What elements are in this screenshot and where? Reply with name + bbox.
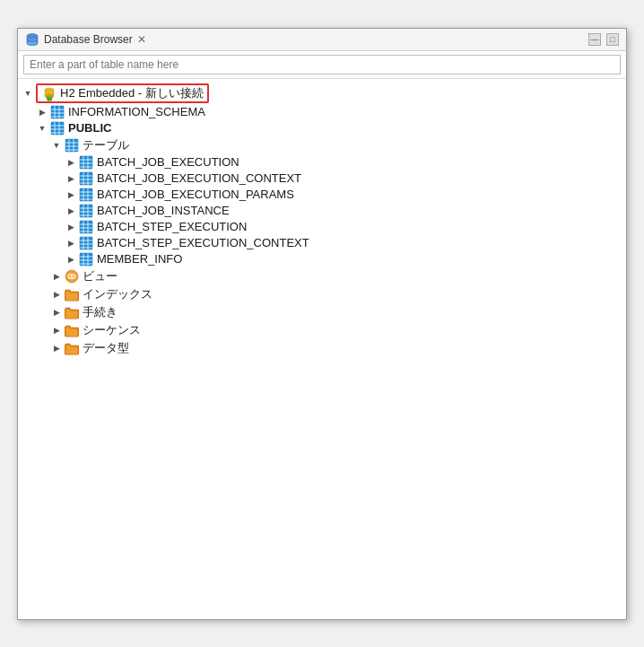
- tree-item-public[interactable]: PUBLIC: [18, 120, 626, 136]
- batch_step_execution_context-chevron: [65, 237, 77, 249]
- batch_job_execution-icon: [79, 155, 93, 170]
- information_schema-chevron: [36, 106, 48, 118]
- tree-item-batch_job_execution_params[interactable]: BATCH_JOB_EXECUTION_PARAMS: [18, 187, 626, 203]
- database-browser-icon: [25, 32, 39, 47]
- search-bar: [18, 51, 626, 79]
- batch_job_execution_context-chevron: [65, 172, 77, 185]
- member_info-icon: [79, 252, 93, 267]
- datatypes_folder-icon: [65, 341, 79, 355]
- minimize-button[interactable]: —: [588, 33, 601, 46]
- batch_job_execution-label: BATCH_JOB_EXECUTION: [97, 155, 239, 169]
- tree-area: H2 Embedded - 新しい接続 INFORMATION_SCHEMA P…: [18, 79, 626, 619]
- procedures_folder-chevron: [50, 306, 63, 319]
- indexes_folder-label: インデックス: [83, 286, 152, 302]
- database-browser-window: Database Browser ✕ — □: [17, 28, 627, 620]
- batch_step_execution-label: BATCH_STEP_EXECUTION: [97, 220, 247, 233]
- tree-item-indexes_folder[interactable]: インデックス: [18, 285, 626, 303]
- public-label: PUBLIC: [68, 121, 111, 135]
- batch_job_instance-icon: [79, 204, 93, 218]
- connection-icon: [41, 85, 57, 101]
- tree-item-views_folder[interactable]: ビュー: [18, 267, 626, 285]
- batch_job_execution_params-chevron: [65, 188, 77, 201]
- procedures_folder-icon: [65, 305, 79, 319]
- batch_step_execution-icon: [79, 220, 93, 234]
- connection-item[interactable]: H2 Embedded - 新しい接続: [18, 83, 626, 104]
- tree-item-sequences_folder[interactable]: シーケンス: [18, 321, 626, 339]
- svg-point-71: [71, 275, 74, 277]
- connection-chevron-down: [22, 87, 34, 100]
- svg-point-2: [27, 37, 38, 41]
- views_folder-label: ビュー: [83, 268, 117, 284]
- tree-items-container: INFORMATION_SCHEMA PUBLIC テーブル BATCH_JOB…: [18, 104, 626, 357]
- batch_job_execution_context-icon: [79, 171, 93, 186]
- window-title: Database Browser: [44, 33, 133, 46]
- batch_job_execution_context-label: BATCH_JOB_EXECUTION_CONTEXT: [97, 171, 301, 185]
- search-input[interactable]: [23, 55, 621, 74]
- sequences_folder-chevron: [50, 324, 63, 337]
- title-bar: Database Browser ✕ — □: [18, 29, 626, 51]
- member_info-label: MEMBER_INFO: [97, 252, 182, 266]
- batch_job_execution-chevron: [65, 156, 77, 169]
- tree-item-information_schema[interactable]: INFORMATION_SCHEMA: [18, 104, 626, 120]
- datatypes_folder-chevron: [50, 342, 63, 354]
- sequences_folder-label: シーケンス: [83, 322, 141, 338]
- tree-item-batch_job_instance[interactable]: BATCH_JOB_INSTANCE: [18, 203, 626, 219]
- member_info-chevron: [65, 253, 77, 266]
- tree-item-datatypes_folder[interactable]: データ型: [18, 339, 626, 357]
- connection-label: H2 Embedded - 新しい接続: [60, 85, 204, 101]
- tree-item-batch_step_execution[interactable]: BATCH_STEP_EXECUTION: [18, 219, 626, 235]
- datatypes_folder-label: データ型: [83, 340, 129, 356]
- sequences_folder-icon: [65, 323, 79, 337]
- tree-item-batch_step_execution_context[interactable]: BATCH_STEP_EXECUTION_CONTEXT: [18, 235, 626, 251]
- views_folder-chevron: [50, 270, 63, 283]
- tables_folder-icon: [65, 138, 79, 153]
- tree-item-member_info[interactable]: MEMBER_INFO: [18, 251, 626, 267]
- public-icon: [50, 121, 65, 136]
- batch_job_instance-label: BATCH_JOB_INSTANCE: [97, 204, 230, 217]
- batch_step_execution-chevron: [65, 221, 77, 233]
- batch_job_execution_params-icon: [79, 188, 93, 202]
- svg-rect-7: [48, 99, 49, 101]
- maximize-button[interactable]: □: [606, 33, 619, 46]
- title-bar-left: Database Browser ✕: [25, 32, 146, 47]
- window-controls: — □: [588, 33, 619, 46]
- tree-item-tables_folder[interactable]: テーブル: [18, 136, 626, 154]
- views_folder-icon: [65, 269, 79, 284]
- tree-item-procedures_folder[interactable]: 手続き: [18, 303, 626, 321]
- indexes_folder-chevron: [50, 288, 63, 301]
- procedures_folder-label: 手続き: [83, 304, 117, 320]
- public-chevron: [36, 122, 48, 135]
- information_schema-label: INFORMATION_SCHEMA: [68, 105, 205, 118]
- information_schema-icon: [50, 105, 65, 119]
- batch_job_instance-chevron: [65, 205, 77, 217]
- tree-item-batch_job_execution[interactable]: BATCH_JOB_EXECUTION: [18, 154, 626, 170]
- tab-close-icon[interactable]: ✕: [137, 33, 146, 46]
- connection-highlight: H2 Embedded - 新しい接続: [36, 83, 209, 103]
- indexes_folder-icon: [65, 287, 79, 302]
- batch_job_execution_params-label: BATCH_JOB_EXECUTION_PARAMS: [97, 188, 294, 201]
- tables_folder-label: テーブル: [83, 137, 129, 153]
- batch_step_execution_context-label: BATCH_STEP_EXECUTION_CONTEXT: [97, 236, 309, 249]
- tables_folder-chevron: [50, 139, 63, 152]
- batch_step_execution_context-icon: [79, 236, 93, 250]
- tree-item-batch_job_execution_context[interactable]: BATCH_JOB_EXECUTION_CONTEXT: [18, 170, 626, 187]
- svg-rect-8: [50, 99, 52, 101]
